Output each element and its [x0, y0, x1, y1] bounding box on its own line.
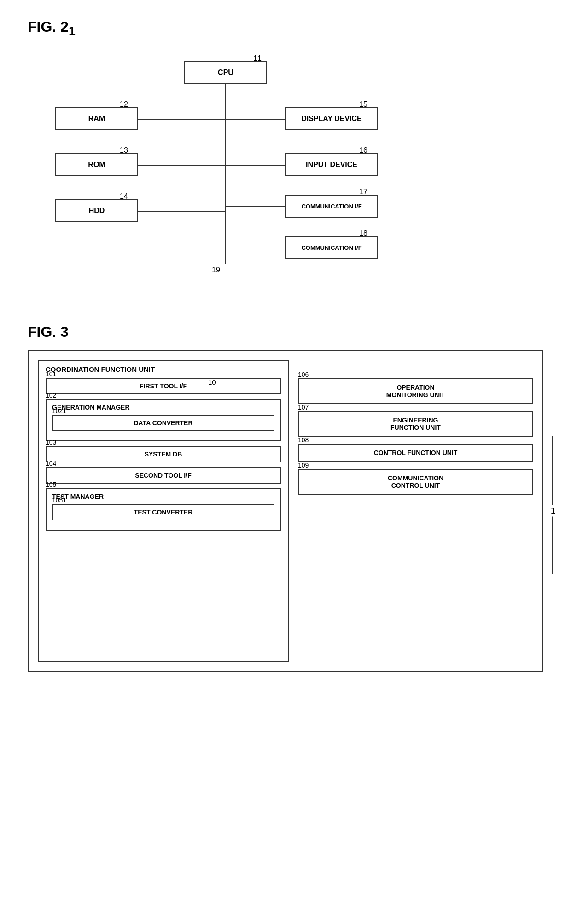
comm2-block: COMMUNICATION I/F: [286, 236, 378, 259]
gen-manager-container: GENERATION MANAGER 1021 DATA CONVERTER: [46, 399, 281, 441]
right-column: 106 OPERATIONMONITORING UNIT 107 ENGINEE…: [298, 360, 533, 662]
op-monitor-block: OPERATIONMONITORING UNIT: [298, 378, 533, 404]
outer-box: COORDINATION FUNCTION UNIT 101 FIRST TOO…: [28, 350, 543, 672]
second-tool-ref: 104: [46, 460, 56, 467]
hdd-block: HDD: [55, 199, 138, 222]
input-ref: 16: [359, 146, 367, 155]
fig2-subscript: 1: [69, 24, 76, 38]
test-converter-block: TEST CONVERTER: [52, 504, 274, 520]
rom-ref: 13: [120, 146, 128, 155]
display-ref: 15: [359, 100, 367, 109]
fig3-diagram: COORDINATION FUNCTION UNIT 101 FIRST TOO…: [28, 350, 543, 672]
test-manager-ref: 105: [46, 481, 56, 488]
display-block: DISPLAY DEVICE: [286, 107, 378, 130]
ram-ref: 12: [120, 100, 128, 109]
op-monitor-ref: 106: [298, 371, 309, 378]
first-tool-ref: 101: [46, 370, 56, 378]
test-manager-label: TEST MANAGER: [52, 493, 274, 500]
data-converter-block: DATA CONVERTER: [52, 415, 274, 431]
coord-ref: 10: [208, 378, 216, 386]
fig3-section: FIG. 3 COORDINATION FUNCTION UNIT 101 FI…: [28, 323, 543, 672]
test-converter-ref: 1051: [52, 497, 66, 504]
comm-ctrl-ref: 109: [298, 462, 309, 469]
fig2-diagram: CPU 11 RAM 12 ROM 13 HDD 14 DISPLAY DEVI…: [28, 47, 543, 287]
bus-ref: 19: [212, 266, 220, 274]
ram-block: RAM: [55, 107, 138, 130]
ctrl-func-block: CONTROL FUNCTION UNIT: [298, 444, 533, 462]
hdd-ref: 14: [120, 192, 128, 201]
outer-ref: 1: [549, 505, 557, 517]
cpu-ref: 11: [253, 54, 262, 63]
fig2-section: FIG. 21 CPU 11 RAM 12 ROM 13 HDD 14: [28, 18, 543, 287]
ctrl-func-ref: 108: [298, 436, 309, 444]
eng-func-block: ENGINEERINGFUNCTION UNIT: [298, 411, 533, 437]
rom-block: ROM: [55, 153, 138, 176]
comm1-block: COMMUNICATION I/F: [286, 195, 378, 218]
fig3-label: FIG. 3: [28, 323, 543, 341]
system-db-block: SYSTEM DB: [46, 446, 281, 462]
data-converter-ref: 1021: [52, 407, 66, 415]
eng-func-ref: 107: [298, 404, 309, 411]
comm1-ref: 17: [359, 188, 367, 196]
second-tool-block: SECOND TOOL I/F: [46, 467, 281, 484]
test-manager-container: TEST MANAGER 1051 TEST CONVERTER: [46, 488, 281, 531]
fig2-label: FIG. 21: [28, 18, 543, 38]
system-db-ref: 103: [46, 439, 56, 446]
coordination-label: COORDINATION FUNCTION UNIT: [46, 365, 281, 373]
comm-ctrl-block: COMMUNICATIONCONTROL UNIT: [298, 469, 533, 495]
first-tool-block: FIRST TOOL I/F: [46, 378, 281, 394]
cpu-block: CPU: [184, 61, 267, 84]
input-block: INPUT DEVICE: [286, 153, 378, 176]
gen-manager-label: GENERATION MANAGER: [52, 404, 274, 411]
left-column: COORDINATION FUNCTION UNIT 101 FIRST TOO…: [38, 360, 289, 662]
gen-manager-ref: 102: [46, 392, 56, 399]
comm2-ref: 18: [359, 229, 367, 237]
